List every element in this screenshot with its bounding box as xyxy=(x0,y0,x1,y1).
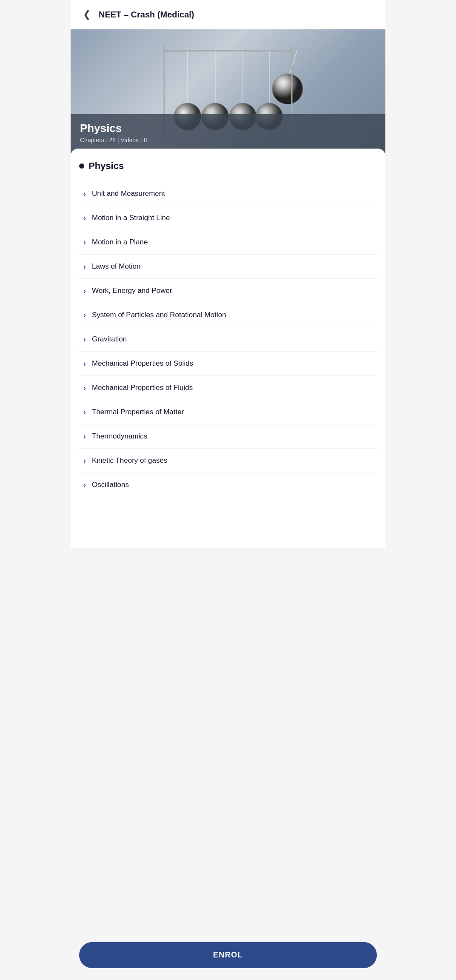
header: ❮ NEET – Crash (Medical) xyxy=(71,0,385,29)
chevron-icon: › xyxy=(83,214,86,222)
content-card: Physics ›Unit and Measurement›Motion in … xyxy=(71,149,385,548)
chapter-item[interactable]: ›Gravitation xyxy=(79,327,377,352)
chapter-name: Work, Energy and Power xyxy=(92,287,172,295)
chevron-icon: › xyxy=(83,384,86,392)
enrol-button[interactable]: ENROL xyxy=(79,942,377,968)
subject-title: Physics xyxy=(80,122,376,135)
chapter-item[interactable]: ›Laws of Motion xyxy=(79,255,377,279)
dot-icon xyxy=(79,163,84,169)
chapter-list: ›Unit and Measurement›Motion in a Straig… xyxy=(79,182,377,497)
subject-meta: Chapters : 28 | Videos : 8 xyxy=(80,137,376,143)
chapter-name: Motion in a Plane xyxy=(92,238,148,246)
chapter-item[interactable]: ›Thermal Properties of Matter xyxy=(79,400,377,424)
chapter-item[interactable]: ›System of Particles and Rotational Moti… xyxy=(79,303,377,327)
chevron-icon: › xyxy=(83,335,86,343)
chapter-name: Mechanical Properties of Fluids xyxy=(92,384,193,392)
hero-image-container: Physics Chapters : 28 | Videos : 8 xyxy=(71,29,385,153)
page-title: NEET – Crash (Medical) xyxy=(99,10,194,20)
chevron-icon: › xyxy=(83,360,86,367)
chevron-icon: › xyxy=(83,238,86,246)
svg-point-10 xyxy=(272,74,303,104)
chapter-name: Unit and Measurement xyxy=(92,189,165,198)
chapter-name: Mechanical Properties of Solids xyxy=(92,359,193,368)
chevron-icon: › xyxy=(83,287,86,295)
chapter-name: Thermal Properties of Matter xyxy=(92,408,184,416)
back-icon: ❮ xyxy=(83,9,91,20)
chapter-name: Kinetic Theory of gases xyxy=(92,456,167,465)
chapter-name: System of Particles and Rotational Motio… xyxy=(92,311,226,319)
chapter-item[interactable]: ›Mechanical Properties of Solids xyxy=(79,352,377,376)
chapter-name: Thermodynamics xyxy=(92,432,147,441)
section-header: Physics xyxy=(79,160,377,172)
chapter-item[interactable]: ›Motion in a Plane xyxy=(79,230,377,255)
chapter-name: Laws of Motion xyxy=(92,262,140,271)
chevron-icon: › xyxy=(83,457,86,464)
chapter-item[interactable]: ›Oscillations xyxy=(79,473,377,497)
enrol-bar: ENROL xyxy=(71,935,385,980)
chapter-name: Gravitation xyxy=(92,335,127,344)
chevron-icon: › xyxy=(83,433,86,440)
chapter-item[interactable]: ›Unit and Measurement xyxy=(79,182,377,206)
chevron-icon: › xyxy=(83,190,86,198)
chapter-name: Oscillations xyxy=(92,481,129,489)
chevron-icon: › xyxy=(83,481,86,489)
hero-overlay: Physics Chapters : 28 | Videos : 8 xyxy=(71,114,385,153)
chapter-item[interactable]: ›Mechanical Properties of Fluids xyxy=(79,376,377,400)
chapter-name: Motion in a Straight Line xyxy=(92,214,170,222)
chapter-item[interactable]: ›Motion in a Straight Line xyxy=(79,206,377,230)
chapter-item[interactable]: ›Kinetic Theory of gases xyxy=(79,449,377,473)
chapter-item[interactable]: ›Thermodynamics xyxy=(79,424,377,449)
chevron-icon: › xyxy=(83,408,86,416)
section-title: Physics xyxy=(88,160,124,172)
chevron-icon: › xyxy=(83,311,86,319)
back-button[interactable]: ❮ xyxy=(79,7,94,22)
chevron-icon: › xyxy=(83,263,86,270)
chapter-item[interactable]: ›Work, Energy and Power xyxy=(79,279,377,303)
